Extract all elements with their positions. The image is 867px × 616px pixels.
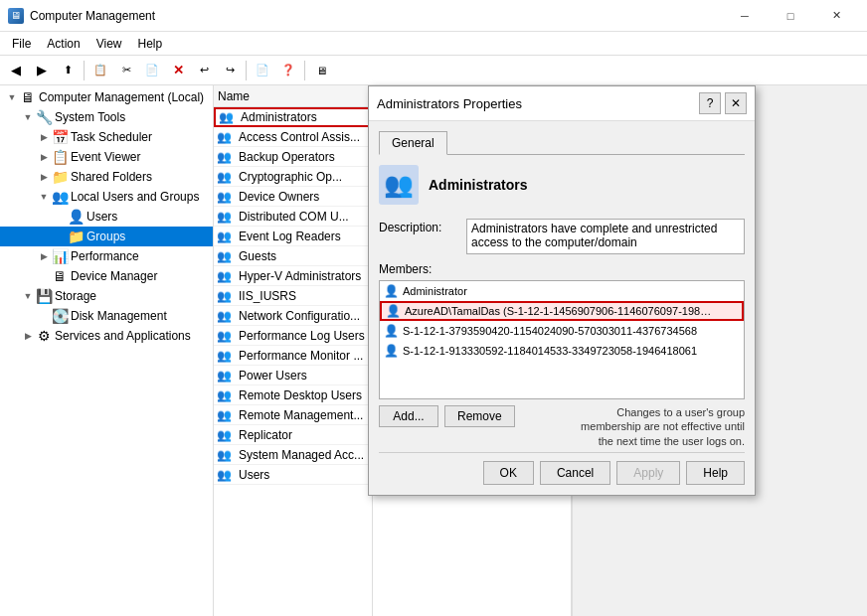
list-row-iis-iusrs[interactable]: 👥 IIS_IUSRS [214, 286, 372, 306]
member-row-sid3[interactable]: 👤 S-1-12-1-913330592-1184014533-33497230… [380, 341, 744, 361]
help-button[interactable]: Help [686, 461, 745, 485]
dialog-close-button[interactable]: ✕ [725, 92, 747, 114]
cryptographic-icon: 👥 [217, 170, 232, 184]
toolbar-back[interactable]: ◀ [4, 59, 28, 82]
tree-item-services-apps[interactable]: ▶ ⚙ Services and Applications [0, 326, 213, 346]
dialog-buttons-row: Add... Remove [379, 405, 515, 427]
cryptographic-label: Cryptographic Op... [235, 170, 346, 184]
toolbar-redo[interactable]: ↪ [218, 59, 242, 82]
remote-mgmt-icon: 👥 [217, 408, 232, 422]
menu-help[interactable]: Help [130, 35, 171, 53]
list-row-backup-operators[interactable]: 👥 Backup Operators [214, 147, 372, 167]
iis-iusrs-label: IIS_IUSRS [235, 289, 300, 303]
member-row-sid2[interactable]: 👤 S-1-12-1-3793590420-1154024090-5703030… [380, 321, 744, 341]
list-row-event-log-readers[interactable]: 👥 Event Log Readers [214, 227, 372, 246]
member-row-administrator[interactable]: 👤 Administrator [380, 281, 744, 301]
toolbar-help[interactable]: ❓ [276, 59, 300, 82]
tree-item-device-manager[interactable]: 🖥 Device Manager [0, 266, 213, 286]
apply-button[interactable]: Apply [616, 461, 680, 485]
menu-view[interactable]: View [88, 35, 130, 53]
expand-performance: ▶ [36, 251, 52, 261]
minimize-button[interactable]: ─ [722, 0, 768, 32]
list-row-users-grp[interactable]: 👥 Users [214, 465, 372, 485]
tree-item-groups[interactable]: 📁 Groups [0, 227, 213, 246]
ok-button[interactable]: OK [483, 461, 534, 485]
list-row-administrators[interactable]: 👥 Administrators [214, 107, 372, 127]
toolbar-copy[interactable]: 📋 [88, 59, 112, 82]
col-name-header: Name [214, 89, 372, 103]
administrators-label: Administrators [237, 110, 321, 124]
tree-item-shared-folders[interactable]: ▶ 📁 Shared Folders [0, 167, 213, 187]
add-button[interactable]: Add... [379, 405, 438, 427]
list-row-access-control[interactable]: 👥 Access Control Assis... [214, 127, 372, 147]
app-icon: 🖥 [8, 8, 24, 24]
menu-bar: File Action View Help [0, 32, 867, 56]
member-row-azuread[interactable]: 👤 AzureAD\TamalDas (S-1-12-1-1456907906-… [380, 301, 744, 321]
shared-folders-label: Shared Folders [71, 170, 152, 184]
toolbar-paste[interactable]: 📄 [140, 59, 164, 82]
hyper-v-icon: 👥 [217, 269, 232, 283]
list-row-device-owners[interactable]: 👥 Device Owners [214, 187, 372, 207]
dialog-members-list[interactable]: 👤 Administrator 👤 AzureAD\TamalDas (S-1-… [379, 280, 745, 399]
toolbar-undo[interactable]: ↩ [192, 59, 216, 82]
tree-item-performance[interactable]: ▶ 📊 Performance [0, 246, 213, 266]
tree-item-disk-mgmt[interactable]: 💽 Disk Management [0, 306, 213, 326]
tree-item-task-scheduler[interactable]: ▶ 📅 Task Scheduler [0, 127, 213, 147]
dialog-tab-general[interactable]: General [379, 131, 447, 155]
sid2-label: S-1-12-1-3793590420-1154024090-570303011… [403, 325, 697, 337]
list-row-cryptographic[interactable]: 👥 Cryptographic Op... [214, 167, 372, 187]
list-row-replicator[interactable]: 👥 Replicator [214, 425, 372, 445]
toolbar-up[interactable]: ⬆ [56, 59, 80, 82]
window-controls: ─ □ ✕ [722, 0, 859, 32]
perf-log-users-label: Performance Log Users [235, 329, 369, 343]
perf-log-users-icon: 👥 [217, 329, 232, 343]
dialog-overlay: Administrators Properties ? ✕ General 👥 … [368, 85, 756, 496]
list-row-distributed-com[interactable]: 👥 Distributed COM U... [214, 207, 372, 227]
dialog-note: Changes to a user's group membership are… [566, 405, 745, 448]
shared-folders-icon: 📁 [52, 169, 68, 185]
toolbar-cut[interactable]: ✂ [114, 59, 138, 82]
toolbar-forward[interactable]: ▶ [30, 59, 54, 82]
list-row-perf-log-users[interactable]: 👥 Performance Log Users [214, 326, 372, 346]
close-button[interactable]: ✕ [813, 0, 859, 32]
remove-button[interactable]: Remove [444, 405, 515, 427]
guests-label: Guests [235, 249, 280, 263]
toolbar-delete[interactable]: ✕ [166, 59, 190, 82]
list-row-perf-monitor[interactable]: 👥 Performance Monitor ... [214, 346, 372, 366]
toolbar-sep-1 [84, 61, 85, 80]
tree-item-storage[interactable]: ▼ 💾 Storage [0, 286, 213, 306]
menu-action[interactable]: Action [39, 35, 87, 53]
perf-monitor-icon: 👥 [217, 349, 232, 363]
toolbar-console[interactable]: 🖥 [309, 59, 333, 82]
list-row-remote-mgmt[interactable]: 👥 Remote Management... [214, 405, 372, 425]
toolbar-properties[interactable]: 📄 [251, 59, 274, 82]
list-row-hyper-v[interactable]: 👥 Hyper-V Administrators [214, 266, 372, 286]
network-config-icon: 👥 [217, 309, 232, 323]
network-config-label: Network Configuratio... [235, 309, 364, 323]
list-row-network-config[interactable]: 👥 Network Configuratio... [214, 306, 372, 326]
tree-item-root[interactable]: ▼ 🖥 Computer Management (Local) [0, 87, 213, 107]
tree-item-system-tools[interactable]: ▼ 🔧 System Tools [0, 107, 213, 127]
tree-item-users[interactable]: 👤 Users [0, 207, 213, 227]
distributed-com-label: Distributed COM U... [235, 210, 353, 224]
group-icon-symbol: 👥 [384, 171, 414, 199]
services-apps-icon: ⚙ [36, 328, 52, 344]
maximize-button[interactable]: □ [768, 0, 813, 32]
replicator-icon: 👥 [217, 428, 232, 442]
menu-file[interactable]: File [4, 35, 39, 53]
sid3-icon: 👤 [384, 344, 399, 358]
distributed-com-icon: 👥 [217, 210, 232, 224]
cancel-button[interactable]: Cancel [540, 461, 610, 485]
description-value[interactable]: Administrators have complete and unrestr… [466, 219, 745, 254]
sys-managed-label: System Managed Acc... [235, 448, 368, 462]
dialog-help-button[interactable]: ? [699, 92, 721, 114]
dialog-group-icon: 👥 [379, 165, 419, 205]
tree-item-local-users[interactable]: ▼ 👥 Local Users and Groups [0, 187, 213, 207]
tree-item-event-viewer[interactable]: ▶ 📋 Event Viewer [0, 147, 213, 167]
list-row-guests[interactable]: 👥 Guests [214, 246, 372, 266]
list-row-sys-managed[interactable]: 👥 System Managed Acc... [214, 445, 372, 465]
list-row-remote-desktop[interactable]: 👥 Remote Desktop Users [214, 385, 372, 405]
perf-monitor-label: Performance Monitor ... [235, 349, 367, 363]
device-owners-icon: 👥 [217, 190, 232, 204]
list-row-power-users[interactable]: 👥 Power Users [214, 366, 372, 385]
